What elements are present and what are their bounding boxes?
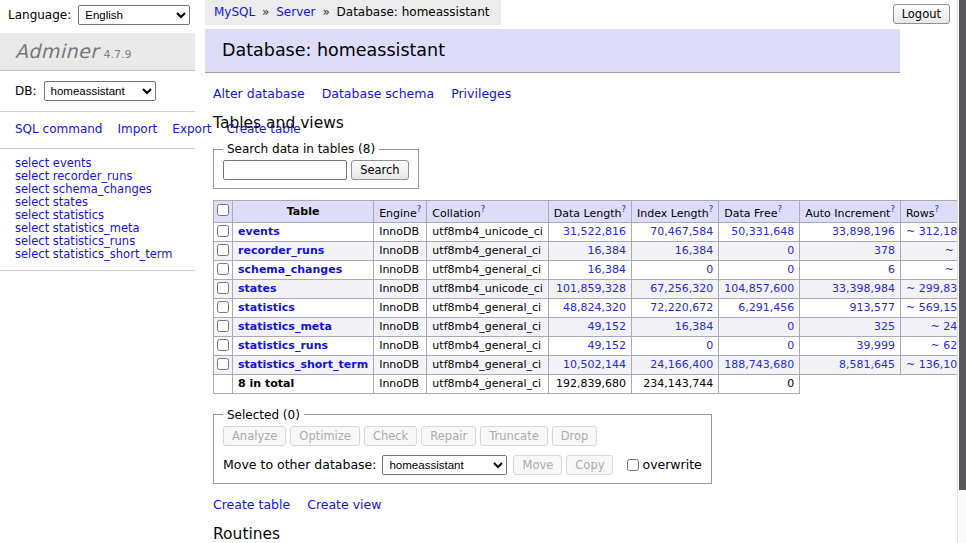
- row-checkbox[interactable]: [217, 320, 229, 332]
- db-label: DB:: [15, 84, 37, 98]
- drop-button[interactable]: Drop: [552, 426, 598, 446]
- table-name-link[interactable]: statistics_runs: [238, 339, 328, 352]
- search-button[interactable]: Search: [351, 160, 409, 180]
- sidebar-links: SQL commandImportExportCreate table: [0, 112, 195, 149]
- row-checkbox[interactable]: [217, 282, 229, 294]
- cell-collation: utf8mb4_general_ci: [427, 317, 548, 336]
- table-name-link[interactable]: recorder_runs: [238, 244, 324, 257]
- table-row: statistics_short_termInnoDButf8mb4_gener…: [214, 355, 966, 374]
- cell-auto-increment: 325: [800, 317, 901, 336]
- copy-button[interactable]: Copy: [566, 455, 613, 475]
- table-name-cell: statistics_meta: [233, 317, 374, 336]
- routines-heading: Routines: [213, 525, 900, 543]
- breadcrumb-link-mysql[interactable]: MySQL: [214, 5, 255, 19]
- row-checkbox[interactable]: [217, 244, 229, 256]
- row-checkbox[interactable]: [217, 263, 229, 275]
- create-view-link[interactable]: Create view: [307, 497, 381, 512]
- sidebar-select-link[interactable]: select states: [15, 195, 88, 209]
- help-icon[interactable]: ?: [481, 204, 486, 214]
- cell-data-length: 31,522,816: [548, 222, 631, 241]
- table-name-cell: statistics: [233, 298, 374, 317]
- row-checkbox[interactable]: [217, 301, 229, 313]
- sidebar-select-link[interactable]: select statistics_meta: [15, 221, 140, 235]
- overwrite-checkbox[interactable]: [627, 459, 639, 471]
- tables-tbody: eventsInnoDButf8mb4_unicode_ci31,522,816…: [214, 222, 966, 374]
- help-icon[interactable]: ?: [935, 204, 940, 214]
- cell-index-length: 67,256,320: [632, 279, 719, 298]
- create-table-link-main[interactable]: Create table: [213, 497, 290, 512]
- logout-button[interactable]: Logout: [893, 4, 950, 24]
- analyze-button[interactable]: Analyze: [223, 426, 286, 446]
- check-button[interactable]: Check: [364, 426, 417, 446]
- search-input[interactable]: [223, 160, 347, 180]
- database-schema-link[interactable]: Database schema: [322, 86, 434, 101]
- cell-engine: InnoDB: [374, 317, 427, 336]
- search-fieldset: Search data in tables (8) Search: [213, 142, 419, 189]
- help-icon[interactable]: ?: [417, 204, 422, 214]
- optimize-button[interactable]: Optimize: [290, 426, 360, 446]
- help-icon[interactable]: ?: [890, 204, 895, 214]
- sql-command-link[interactable]: SQL command: [15, 122, 102, 136]
- select-all-checkbox[interactable]: [217, 204, 229, 216]
- table-row: statistics_runsInnoDButf8mb4_general_ci4…: [214, 336, 966, 355]
- table-name-link[interactable]: schema_changes: [238, 263, 342, 276]
- table-name-link[interactable]: events: [238, 225, 280, 238]
- sidebar-select-link[interactable]: select statistics_short_term: [15, 247, 172, 261]
- adminer-logo-name: Adminer: [15, 40, 99, 62]
- table-name-cell: events: [233, 222, 374, 241]
- table-name-link[interactable]: statistics: [238, 301, 295, 314]
- scrollbar-track[interactable]: [957, 0, 966, 543]
- truncate-button[interactable]: Truncate: [480, 426, 548, 446]
- selected-actions: AnalyzeOptimizeCheckRepairTruncateDrop: [223, 426, 702, 446]
- cell-data-free: 104,857,600: [719, 279, 800, 298]
- move-row: Move to other database: homeassistant Mo…: [223, 455, 702, 475]
- sidebar-select-link[interactable]: select statistics: [15, 208, 104, 222]
- sidebar-select-link[interactable]: select schema_changes: [15, 182, 152, 196]
- cell-collation: utf8mb4_unicode_ci: [427, 222, 548, 241]
- column-header-data-length: Data Length?: [548, 201, 631, 223]
- adminer-logo[interactable]: Adminer4.7.9: [0, 33, 195, 71]
- row-checkbox[interactable]: [217, 358, 229, 370]
- help-icon[interactable]: ?: [709, 204, 714, 214]
- row-checkbox-cell: [214, 260, 233, 279]
- tables-overview: Table Engine? Collation? Data Length? In…: [213, 200, 966, 394]
- logout-wrap: Logout: [893, 4, 950, 24]
- column-header-engine: Engine?: [374, 201, 427, 223]
- sidebar-list-item: select statistics_short_term: [15, 248, 180, 261]
- sidebar-select-link[interactable]: select recorder_runs: [15, 169, 132, 183]
- cell-data-length: 16,384: [548, 260, 631, 279]
- row-checkbox-cell: [214, 336, 233, 355]
- import-link[interactable]: Import: [117, 122, 157, 136]
- alter-database-link[interactable]: Alter database: [213, 86, 305, 101]
- table-name-link[interactable]: statistics_meta: [238, 320, 332, 333]
- sidebar-select-link[interactable]: select statistics_runs: [15, 234, 135, 248]
- repair-button[interactable]: Repair: [421, 426, 476, 446]
- scrollbar-thumb[interactable]: [959, 0, 966, 490]
- cell-collation: utf8mb4_unicode_ci: [427, 279, 548, 298]
- row-checkbox[interactable]: [217, 339, 229, 351]
- help-icon[interactable]: ?: [622, 204, 627, 214]
- table-total-row: 8 in total InnoDB utf8mb4_general_ci 192…: [214, 374, 966, 393]
- total-engine: InnoDB: [374, 374, 427, 393]
- privileges-link[interactable]: Privileges: [451, 86, 511, 101]
- overwrite-label: overwrite: [642, 457, 701, 472]
- table-name-cell: statistics_short_term: [233, 355, 374, 374]
- cell-engine: InnoDB: [374, 241, 427, 260]
- sidebar-select-link[interactable]: select events: [15, 156, 92, 170]
- cell-engine: InnoDB: [374, 222, 427, 241]
- db-select[interactable]: homeassistant: [44, 81, 156, 101]
- table-row: statisticsInnoDButf8mb4_general_ci48,824…: [214, 298, 966, 317]
- breadcrumb-link-server[interactable]: Server: [276, 5, 315, 19]
- language-select[interactable]: English: [78, 5, 190, 25]
- total-checkbox-cell: [214, 374, 233, 393]
- cell-index-length: 70,467,584: [632, 222, 719, 241]
- cell-index-length: 24,166,400: [632, 355, 719, 374]
- table-row: recorder_runsInnoDButf8mb4_general_ci16,…: [214, 241, 966, 260]
- move-button[interactable]: Move: [513, 455, 562, 475]
- table-name-link[interactable]: statistics_short_term: [238, 358, 368, 371]
- cell-data-length: 48,824,320: [548, 298, 631, 317]
- table-name-link[interactable]: states: [238, 282, 277, 295]
- move-database-select[interactable]: homeassistant: [382, 455, 507, 475]
- row-checkbox[interactable]: [217, 225, 229, 237]
- help-icon[interactable]: ?: [777, 204, 782, 214]
